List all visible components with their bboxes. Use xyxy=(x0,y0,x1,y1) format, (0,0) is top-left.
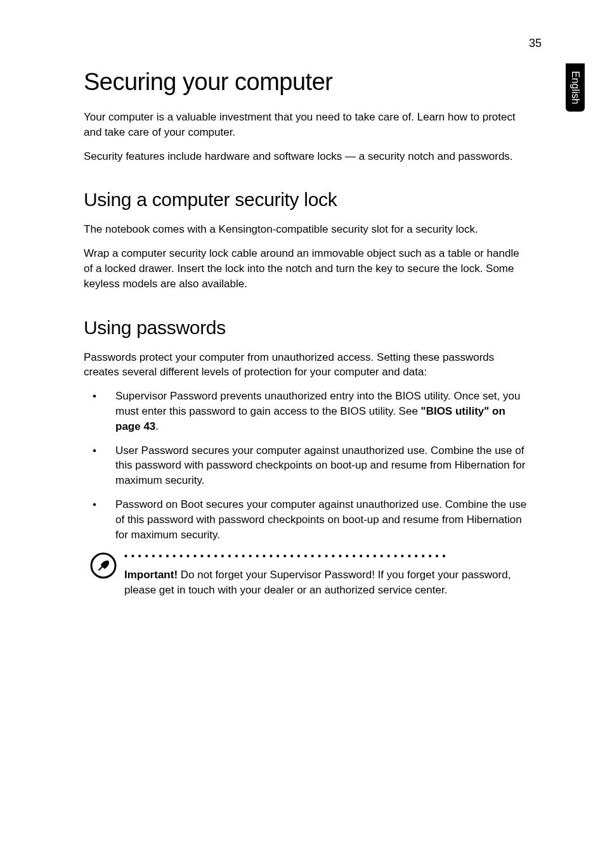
section-heading-security-lock: Using a computer security lock xyxy=(84,189,528,211)
intro-paragraph-2: Security features include hardware and s… xyxy=(84,149,528,164)
list-item: User Password secures your computer agai… xyxy=(84,443,528,488)
passwords-bullet-list: Supervisor Password prevents unauthorize… xyxy=(84,389,528,542)
language-tab: English xyxy=(566,63,585,112)
important-text: Do not forget your Supervisor Password! … xyxy=(124,569,511,596)
security-lock-para-2: Wrap a computer security lock cable arou… xyxy=(84,246,528,291)
pin-icon xyxy=(90,552,117,579)
list-item: Password on Boot secures your computer a… xyxy=(84,497,528,542)
important-label: Important! xyxy=(124,569,178,581)
page-number: 35 xyxy=(529,37,542,50)
section-heading-passwords: Using passwords xyxy=(84,317,528,339)
intro-paragraph-1: Your computer is a valuable investment t… xyxy=(84,110,528,140)
note-content: ••••••••••••••••••••••••••••••••••••••••… xyxy=(124,551,528,598)
security-lock-para-1: The notebook comes with a Kensington-com… xyxy=(84,222,528,237)
important-note-block: ••••••••••••••••••••••••••••••••••••••••… xyxy=(84,551,528,598)
note-text: Important! Do not forget your Supervisor… xyxy=(124,567,528,598)
bullet-text: User Password secures your computer agai… xyxy=(115,444,525,487)
bullet-text: Password on Boot secures your computer a… xyxy=(115,498,526,541)
bullet-text-after: . xyxy=(155,420,159,432)
list-item: Supervisor Password prevents unauthorize… xyxy=(84,389,528,434)
dotted-divider: ••••••••••••••••••••••••••••••••••••••••… xyxy=(124,551,528,561)
passwords-intro: Passwords protect your computer from una… xyxy=(84,350,528,380)
main-content: Securing your computer Your computer is … xyxy=(84,68,528,598)
page-title: Securing your computer xyxy=(84,68,528,96)
